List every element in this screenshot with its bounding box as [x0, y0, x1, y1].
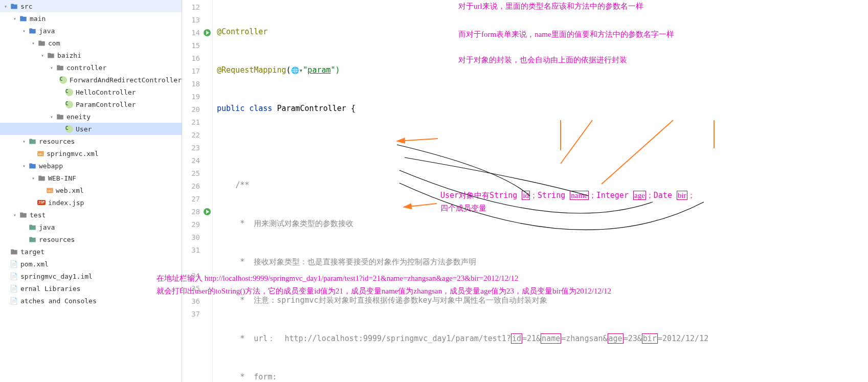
line-number: 24 [182, 154, 212, 167]
line-number: 19 [182, 91, 212, 103]
tree-label: controller [66, 64, 106, 72]
line-number: 21 [182, 116, 212, 129]
tree-item-test[interactable]: ▾test [0, 209, 182, 221]
tree-item-web-inf[interactable]: ▾WEB-INF [0, 172, 182, 184]
expand-icon[interactable]: ▾ [48, 65, 55, 71]
svg-text:xml: xml [47, 189, 52, 192]
run-gutter-icon[interactable] [203, 29, 211, 37]
line-number: 17 [182, 65, 212, 78]
tree-item-src[interactable]: ▾src [0, 0, 182, 12]
globe-icon[interactable]: 🌐▾ [291, 66, 303, 74]
tree-label: ParamController [76, 101, 136, 108]
tree-label: resources [39, 236, 75, 243]
tree-label: java [39, 27, 55, 35]
expand-icon[interactable]: ▾ [30, 40, 37, 46]
tree-item-main[interactable]: ▾main [0, 12, 182, 25]
line-number: 31 [182, 244, 212, 257]
code-area[interactable]: @Controller @RequestMapping(🌐▾"param") p… [213, 0, 868, 382]
tree-label: baizhi [57, 52, 81, 59]
tree-label: test [30, 211, 46, 219]
tree-label: pom.xml [20, 260, 49, 268]
line-number: 37 [182, 308, 212, 321]
tree-item-resources[interactable]: resources [0, 233, 182, 245]
line-number: 26 [182, 180, 212, 193]
line-number: 34 [182, 269, 212, 282]
tree-label: ForwardAndRedirectController [70, 76, 182, 84]
project-tree[interactable]: ▾src▾main▾java▾com▾baizhi▾controllerCFor… [0, 0, 182, 382]
tree-label: index.jsp [48, 199, 84, 207]
tree-item-atches-and-consoles[interactable]: 📄atches and Consoles [0, 295, 182, 307]
expand-icon[interactable]: ▾ [20, 163, 28, 169]
line-number: 16 [182, 52, 212, 65]
tree-label: atches and Consoles [20, 297, 97, 305]
svg-text:xml: xml [38, 152, 43, 155]
tree-label: main [30, 15, 46, 23]
line-number: 30 [182, 231, 212, 244]
tree-item-webapp[interactable]: ▾webapp [0, 160, 182, 172]
tree-item-hellocontroller[interactable]: CHelloController [0, 86, 182, 98]
tree-label: User [76, 125, 92, 133]
tree-label: WEB-INF [48, 174, 76, 182]
tree-label: resources [39, 138, 75, 145]
tree-item-target[interactable]: target [0, 245, 182, 258]
tree-item-user[interactable]: CUser [0, 123, 182, 135]
tree-label: java [39, 223, 55, 231]
line-number: 18 [182, 78, 212, 91]
expand-icon[interactable]: ▾ [20, 139, 28, 144]
line-number: 28 [182, 206, 212, 218]
line-number: 12 [182, 1, 212, 14]
tree-item-java[interactable]: ▾java [0, 25, 182, 37]
annotation-requestmapping: @RequestMapping [217, 65, 286, 75]
expand-icon[interactable]: ▾ [11, 16, 18, 21]
expand-icon[interactable]: ▾ [39, 53, 46, 58]
tree-label: springmvc_day1.iml [20, 273, 93, 280]
expand-icon[interactable]: ▾ [11, 212, 18, 218]
tree-label: springmvc.xml [47, 150, 99, 158]
tree-label: HelloController [76, 88, 136, 96]
line-number: 27 [182, 193, 212, 206]
tree-item-pom-xml[interactable]: 📄pom.xml [0, 258, 182, 270]
line-gutter: 1213141516171819202122232425262728293031… [182, 0, 213, 382]
annotation-controller: @Controller [217, 27, 268, 36]
line-number: 25 [182, 167, 212, 180]
tree-item-springmvc_day1-iml[interactable]: 📄springmvc_day1.iml [0, 270, 182, 282]
line-number [182, 257, 212, 269]
expand-icon[interactable]: ▾ [48, 114, 55, 120]
tree-label: com [48, 39, 60, 47]
line-number: 15 [182, 39, 212, 52]
tree-label: eneity [66, 113, 91, 121]
tree-item-com[interactable]: ▾com [0, 37, 182, 49]
tree-label: target [20, 248, 44, 256]
tree-label: webapp [39, 162, 63, 170]
line-number: 14 [182, 27, 212, 39]
tree-item-web-xml[interactable]: xmlweb.xml [0, 184, 182, 196]
line-number: 13 [182, 14, 212, 27]
tree-item-java[interactable]: java [0, 221, 182, 233]
tree-label: src [20, 3, 32, 10]
expand-icon[interactable]: ▾ [30, 175, 37, 181]
tree-item-index-jsp[interactable]: JSPindex.jsp [0, 196, 182, 209]
tree-item-eneity[interactable]: ▾eneity [0, 110, 182, 123]
line-number: 35 [182, 282, 212, 295]
tree-item-resources[interactable]: ▾resources [0, 135, 182, 147]
line-number: 23 [182, 142, 212, 154]
line-number: 22 [182, 129, 212, 142]
tree-label: web.xml [56, 187, 84, 194]
run-gutter-icon[interactable] [203, 208, 211, 216]
tree-item-paramcontroller[interactable]: CParamController [0, 98, 182, 110]
line-number: 36 [182, 295, 212, 308]
code-editor[interactable]: 1213141516171819202122232425262728293031… [182, 0, 868, 382]
expand-icon[interactable]: ▾ [2, 4, 9, 9]
line-number: 29 [182, 218, 212, 231]
tree-item-springmvc-xml[interactable]: xmlspringmvc.xml [0, 147, 182, 160]
tree-item-baizhi[interactable]: ▾baizhi [0, 49, 182, 61]
line-number: 20 [182, 103, 212, 116]
tree-item-ernal-libraries[interactable]: 📄ernal Libraries [0, 282, 182, 295]
tree-item-controller[interactable]: ▾controller [0, 61, 182, 74]
expand-icon[interactable]: ▾ [20, 28, 28, 34]
tree-item-forwardandredirectcontroller[interactable]: CForwardAndRedirectController [0, 74, 182, 86]
tree-label: ernal Libraries [20, 285, 80, 293]
